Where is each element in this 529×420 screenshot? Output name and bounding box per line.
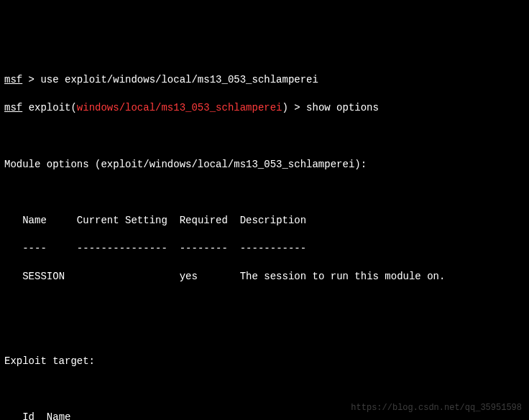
exploit-target-header: Exploit target: <box>4 355 525 369</box>
options-table-row: SESSION yes The session to run this modu… <box>4 270 525 284</box>
watermark-text: https://blog.csdn.net/qq_35951598 <box>351 402 522 414</box>
blank <box>4 383 525 397</box>
msf-prompt: msf <box>4 74 22 85</box>
options-table-divider: ---- --------------- -------- ----------… <box>4 242 525 256</box>
terminal-output: msf > use exploit/windows/local/ms13_053… <box>4 59 525 420</box>
cmd-show-options: show options <box>306 102 379 113</box>
module-path: windows/local/ms13_053_schlamperei <box>77 102 282 113</box>
module-options-header: Module options (exploit/windows/local/ms… <box>4 158 525 172</box>
blank <box>4 186 525 200</box>
exploit-word: exploit <box>29 102 71 113</box>
prompt-line-use: msf > use exploit/windows/local/ms13_053… <box>4 73 525 88</box>
blank <box>4 327 525 341</box>
prompt-line-show-options: msf exploit(windows/local/ms13_053_schla… <box>4 101 525 116</box>
options-table-header: Name Current Setting Required Descriptio… <box>4 214 525 228</box>
cmd-use: use exploit/windows/local/ms13_053_schla… <box>40 74 318 85</box>
blank <box>4 298 525 312</box>
blank <box>4 129 525 144</box>
msf-prompt: msf <box>4 102 22 113</box>
